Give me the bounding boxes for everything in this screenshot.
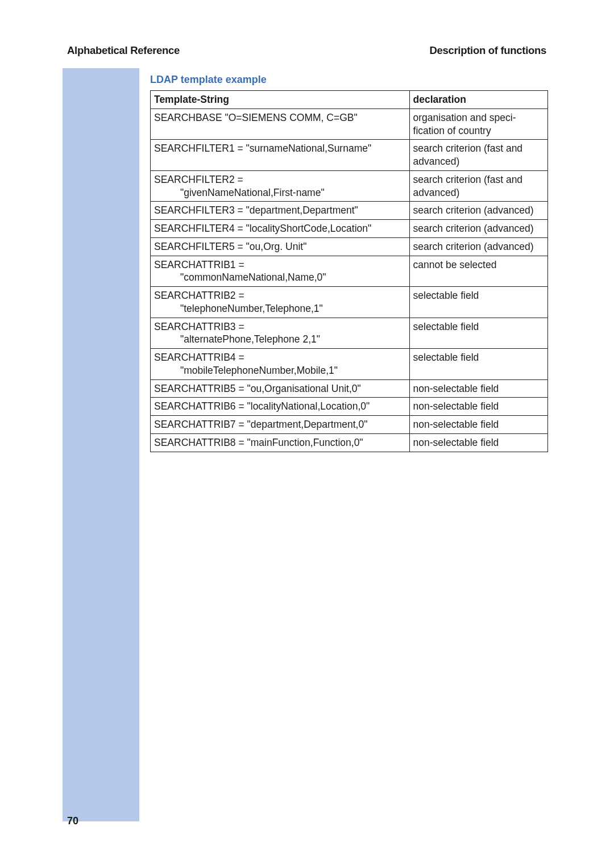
table-cell: SEARCHATTRIB6 = "localityNational,Locati…: [151, 398, 410, 416]
cell-line1: SEARCHATTRIB4 =: [154, 352, 244, 363]
table-body: SEARCHBASE "O=SIEMENS COMM, C=GB" organi…: [151, 108, 548, 452]
cell-line2: "givenNameNational,First-name": [154, 186, 406, 199]
table-cell: SEARCHBASE "O=SIEMENS COMM, C=GB": [151, 108, 410, 140]
table-row: SEARCHFILTER1 = "surnameNational,Surname…: [151, 140, 548, 171]
content-area: LDAP template example Template-String de…: [150, 74, 548, 452]
table-cell: selectable field: [409, 318, 547, 349]
table-row: SEARCHFILTER2 = "givenNameNational,First…: [151, 170, 548, 202]
table-cell: SEARCHATTRIB4 = "mobileTelephoneNumber,M…: [151, 349, 410, 380]
left-blue-bar: [63, 68, 139, 821]
table-cell: search criterion (advanced): [409, 220, 547, 238]
table-row: SEARCHATTRIB4 = "mobileTelephoneNumber,M…: [151, 349, 548, 380]
table-header-col2: declaration: [409, 91, 547, 109]
table-cell: selectable field: [409, 287, 547, 318]
table-cell: SEARCHFILTER2 = "givenNameNational,First…: [151, 170, 410, 202]
table-row: SEARCHATTRIB3 = "alternatePhone,Telephon…: [151, 318, 548, 349]
table-row: SEARCHFILTER3 = "department,Department" …: [151, 202, 548, 220]
table-cell: SEARCHATTRIB2 = "telephoneNumber,Telepho…: [151, 287, 410, 318]
ldap-table: Template-String declaration SEARCHBASE "…: [150, 90, 548, 452]
table-row: SEARCHBASE "O=SIEMENS COMM, C=GB" organi…: [151, 108, 548, 140]
table-row: SEARCHATTRIB2 = "telephoneNumber,Telepho…: [151, 287, 548, 318]
table-row: SEARCHATTRIB5 = "ou,Organisational Unit,…: [151, 379, 548, 398]
page-number: 70: [67, 815, 78, 827]
table-cell: SEARCHATTRIB1 = "commonNameNational,Name…: [151, 256, 410, 287]
table-row: SEARCHATTRIB6 = "localityNational,Locati…: [151, 398, 548, 416]
table-cell: SEARCHFILTER3 = "department,Department": [151, 202, 410, 220]
cell-line2: "alternatePhone,Telephone 2,1": [154, 333, 406, 346]
table-cell: SEARCHATTRIB8 = "mainFunction,Function,0…: [151, 433, 410, 452]
cell-line1: SEARCHATTRIB3 =: [154, 321, 244, 332]
table-row: SEARCHFILTER4 = "localityShortCode,Locat…: [151, 220, 548, 238]
table-cell: search criterion (fast and advanced): [409, 140, 547, 171]
cell-line2: "telephoneNumber,Telephone,1": [154, 302, 406, 315]
table-cell: SEARCHFILTER5 = "ou,Org. Unit": [151, 237, 410, 256]
table-cell: selectable field: [409, 349, 547, 380]
table-cell: SEARCHFILTER4 = "localityShortCode,Locat…: [151, 220, 410, 238]
table-header-row: Template-String declaration: [151, 91, 548, 109]
cell-line2: "commonNameNational,Name,0": [154, 271, 406, 284]
table-cell: SEARCHATTRIB3 = "alternatePhone,Telephon…: [151, 318, 410, 349]
cell-line1: SEARCHFILTER2 =: [154, 174, 243, 185]
table-row: SEARCHATTRIB8 = "mainFunction,Function,0…: [151, 433, 548, 452]
table-cell: SEARCHFILTER1 = "surnameNational,Surname…: [151, 140, 410, 171]
table-cell: search criterion (fast and advanced): [409, 170, 547, 202]
table-row: SEARCHFILTER5 = "ou,Org. Unit" search cr…: [151, 237, 548, 256]
table-header-col1: Template-String: [151, 91, 410, 109]
table-row: SEARCHATTRIB1 = "commonNameNational,Name…: [151, 256, 548, 287]
table-cell: organisation and speci-fication of count…: [409, 108, 547, 140]
table-cell: SEARCHATTRIB7 = "department,Department,0…: [151, 416, 410, 434]
table-cell: non-selectable field: [409, 433, 547, 452]
table-row: SEARCHATTRIB7 = "department,Department,0…: [151, 416, 548, 434]
table-cell: search criterion (advanced): [409, 237, 547, 256]
header-left: Alphabetical Reference: [67, 44, 180, 57]
header-right: Description of functions: [429, 44, 546, 57]
cell-line2: "mobileTelephoneNumber,Mobile,1": [154, 364, 406, 377]
table-cell: non-selectable field: [409, 379, 547, 398]
table-cell: non-selectable field: [409, 398, 547, 416]
table-cell: search criterion (advanced): [409, 202, 547, 220]
section-heading: LDAP template example: [150, 74, 548, 86]
cell-line1: SEARCHATTRIB1 =: [154, 259, 244, 270]
page-header: Alphabetical Reference Description of fu…: [67, 44, 546, 57]
table-cell: cannot be selected: [409, 256, 547, 287]
table-cell: non-selectable field: [409, 416, 547, 434]
cell-line1: SEARCHATTRIB2 =: [154, 290, 244, 301]
table-cell: SEARCHATTRIB5 = "ou,Organisational Unit,…: [151, 379, 410, 398]
